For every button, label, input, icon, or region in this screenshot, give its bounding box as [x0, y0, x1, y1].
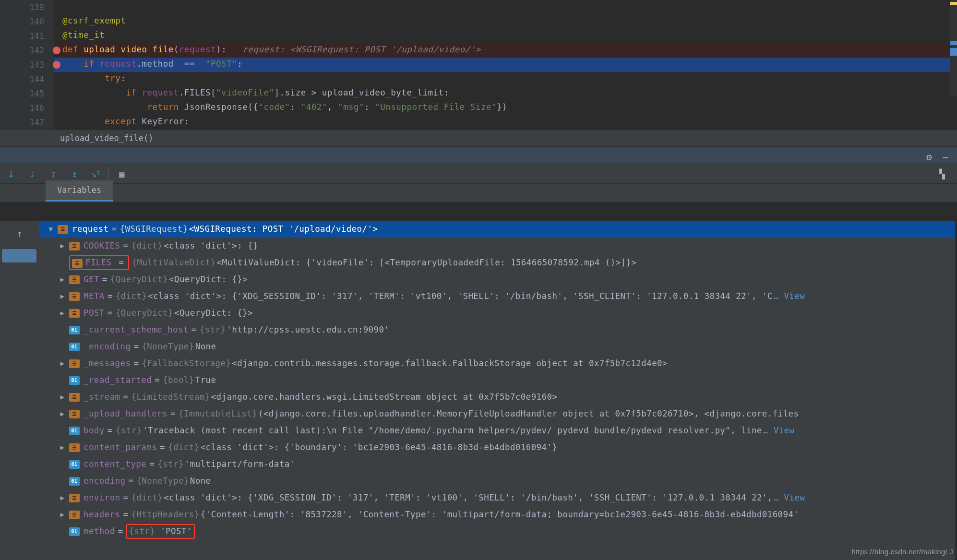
frame-entry[interactable]: [2, 249, 36, 262]
run-to-cursor-icon[interactable]: ↘I: [87, 166, 104, 182]
step-over-icon[interactable]: ⤓: [3, 166, 19, 182]
step-into-icon[interactable]: ⇣: [24, 166, 40, 182]
var-root[interactable]: request = {WSGIRequest} <WSGIRequest: PO…: [39, 221, 955, 238]
layout-icon[interactable]: ▚: [934, 166, 950, 182]
line-number: 145: [0, 86, 49, 101]
line-number: 141: [0, 29, 49, 43]
line-gutter: 139 140 141 142 143 144 145 146 147: [0, 0, 49, 130]
object-icon: [69, 309, 80, 318]
line-number: 143: [0, 58, 49, 72]
expand-toggle[interactable]: [57, 493, 68, 503]
object-icon: [69, 410, 80, 418]
var-value: 'Traceback (most recent call last):\n Fi…: [143, 424, 762, 437]
var-value: 'http://cpss.uestc.edu.cn:9090': [227, 323, 389, 336]
var-row[interactable]: _upload_handlers = {ImmutableList} (<dja…: [39, 405, 955, 422]
var-name: _current_scheme_host: [84, 323, 189, 336]
var-name: encoding: [84, 475, 126, 487]
var-row[interactable]: _current_scheme_host = {str} 'http://cps…: [39, 322, 955, 338]
var-row[interactable]: POST = {QueryDict} <QueryDict: {}>: [39, 305, 955, 322]
var-type: {MultiValueDict}: [132, 256, 216, 269]
var-name: _encoding: [84, 340, 131, 353]
expand-toggle[interactable]: [57, 442, 68, 453]
step-out-icon[interactable]: ↥: [66, 166, 83, 182]
step-icon[interactable]: ↧: [45, 166, 61, 182]
var-row[interactable]: headers = {HttpHeaders} {'Content-Length…: [39, 506, 955, 523]
equals: =: [123, 491, 129, 504]
primitive-icon: [69, 326, 80, 334]
code-editor[interactable]: 139 140 141 142 143 144 145 146 147 @csr…: [0, 0, 957, 130]
equals: =: [170, 407, 176, 420]
var-name: body: [84, 424, 105, 437]
view-link[interactable]: … View: [763, 424, 795, 437]
var-row[interactable]: content_params = {dict} <class 'dict'>: …: [39, 439, 955, 456]
var-row[interactable]: _stream = {LimitedStream} <django.core.h…: [39, 389, 955, 405]
primitive-icon: [69, 343, 80, 351]
debug-toolbar: ⤓ ⇣ ↧ ↥ ↘I ▦ ▚: [0, 164, 957, 184]
expand-toggle[interactable]: [45, 224, 57, 234]
equals: =: [108, 424, 113, 437]
var-type: {dict}: [116, 290, 147, 302]
var-row[interactable]: body = {str} 'Traceback (most recent cal…: [39, 422, 955, 439]
breakpoint-icon[interactable]: [53, 47, 60, 54]
equals: =: [123, 508, 129, 521]
var-row[interactable]: META = {dict} <class 'dict'>: {'XDG_SESS…: [39, 288, 955, 305]
var-name: content_params: [84, 441, 157, 453]
var-row[interactable]: GET = {QueryDict} <QueryDict: {}>: [39, 271, 955, 288]
highlight-box: FILES =: [69, 255, 129, 270]
code-line: [54, 0, 957, 14]
expand-toggle[interactable]: [57, 308, 68, 318]
var-row[interactable]: _read_started = {bool} True: [39, 372, 955, 389]
code-line: return JsonResponse({"code": "402", "msg…: [54, 101, 957, 115]
variables-tree[interactable]: request = {WSGIRequest} <WSGIRequest: PO…: [39, 221, 955, 560]
var-row[interactable]: _encoding = {NoneType} None: [39, 338, 955, 355]
equals: =: [133, 340, 139, 353]
expand-toggle[interactable]: [57, 510, 68, 520]
equals: =: [155, 374, 160, 386]
var-value: True: [195, 374, 216, 386]
primitive-icon: [69, 477, 80, 486]
view-link[interactable]: … View: [774, 290, 805, 302]
primitive-icon: [69, 376, 80, 385]
tab-variables[interactable]: Variables: [46, 180, 113, 202]
var-name: content_type: [84, 458, 146, 470]
var-row[interactable]: environ = {dict} <class 'dict'>: {'XDG_S…: [39, 489, 955, 506]
object-icon: [69, 443, 80, 452]
primitive-icon: [69, 427, 80, 435]
expand-toggle[interactable]: [57, 291, 68, 301]
object-icon: [69, 242, 80, 250]
expand-toggle[interactable]: [57, 392, 68, 402]
var-name: FILES: [85, 258, 112, 267]
expand-toggle[interactable]: [57, 358, 68, 369]
debug-panel-header[interactable]: ⚙ —: [0, 146, 957, 164]
var-type: {str}: [129, 526, 156, 536]
breadcrumb[interactable]: upload_video_file(): [0, 130, 957, 146]
var-row[interactable]: method = {str} 'POST': [39, 523, 955, 540]
var-row[interactable]: COOKIES = {dict} <class 'dict'>: {}: [39, 238, 955, 254]
var-value: <class 'dict'>: {'XDG_SESSION_ID': '317'…: [164, 491, 773, 504]
expand-toggle[interactable]: [57, 241, 68, 251]
code-line: if request.FILES["videoFile"].size > upl…: [54, 86, 957, 101]
gear-icon[interactable]: ⚙: [926, 150, 932, 164]
code-area[interactable]: @csrf_exempt @time_it def upload_video_f…: [54, 0, 957, 130]
var-value: 'POST': [155, 526, 192, 536]
view-link[interactable]: … View: [774, 491, 805, 504]
line-number: 142: [0, 43, 49, 58]
equals: =: [102, 273, 108, 286]
var-name: headers: [84, 508, 120, 521]
var-row[interactable]: _messages = {FallbackStorage} <django.co…: [39, 355, 955, 372]
error-stripe[interactable]: [950, 0, 957, 96]
var-type: {ImmutableList}: [179, 407, 257, 420]
frame-up-icon[interactable]: ↑: [17, 226, 23, 241]
var-row[interactable]: content_type = {str} 'multipart/form-dat…: [39, 456, 955, 473]
evaluate-icon[interactable]: ▦: [114, 166, 130, 182]
var-row[interactable]: FILES = {MultiValueDict} <MultiValueDict…: [39, 254, 955, 271]
expand-toggle[interactable]: [57, 409, 68, 419]
var-value: <class 'dict'>: {'boundary': 'bc1e2903-6…: [201, 441, 558, 453]
variables-panel: ↑ ↓ request = {WSGIRequest} <WSGIRequest…: [0, 221, 955, 560]
var-value: <django.contrib.messages.storage.fallbac…: [232, 357, 668, 369]
breakpoint-icon[interactable]: [53, 61, 60, 69]
var-row[interactable]: encoding = {NoneType} None: [39, 473, 955, 489]
minimize-icon[interactable]: —: [943, 150, 948, 164]
watermark: https://blog.csdn.net/makingLJ: [851, 547, 953, 558]
expand-toggle[interactable]: [57, 274, 68, 285]
